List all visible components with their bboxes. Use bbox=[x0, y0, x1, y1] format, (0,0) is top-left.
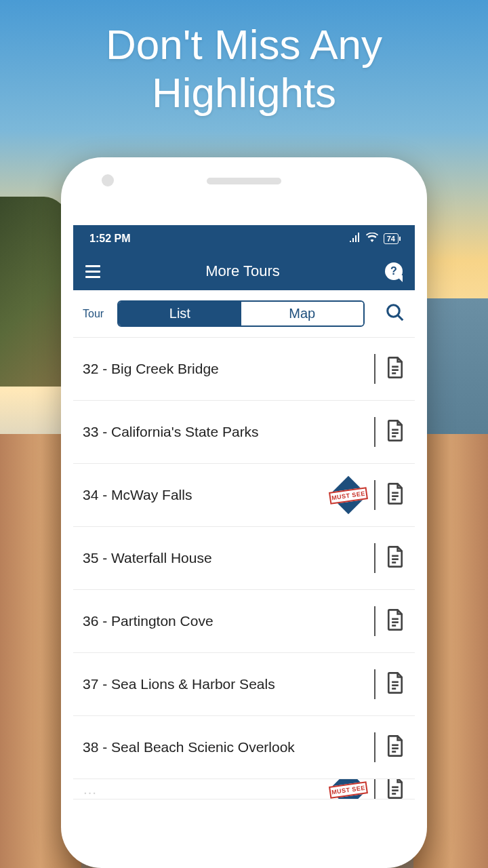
search-icon[interactable] bbox=[385, 302, 405, 326]
tab-list[interactable]: List bbox=[119, 302, 241, 326]
divider bbox=[374, 543, 375, 573]
document-icon[interactable] bbox=[385, 734, 405, 760]
status-bar: 1:52 PM 74 bbox=[73, 225, 415, 252]
wifi-icon bbox=[366, 233, 378, 245]
app-bar: More Tours ? bbox=[73, 252, 415, 290]
list-item-label: 37 - Sea Lions & Harbor Seals bbox=[83, 676, 374, 692]
phone-screen: 1:52 PM 74 More Tours ? Tour List bbox=[73, 225, 415, 856]
divider bbox=[374, 480, 375, 510]
list-item-label: 33 - California's State Parks bbox=[83, 424, 374, 440]
list-item[interactable]: 38 - Seal Beach Scienic Overlook bbox=[73, 716, 415, 779]
tour-list[interactable]: 32 - Big Creek Bridge33 - California's S… bbox=[73, 338, 415, 800]
must-see-badge: MUST SEE bbox=[328, 779, 369, 800]
document-icon[interactable] bbox=[385, 779, 405, 800]
divider bbox=[374, 606, 375, 636]
list-item[interactable]: 34 - McWay FallsMUST SEE bbox=[73, 464, 415, 527]
list-item[interactable]: 36 - Partington Cove bbox=[73, 590, 415, 653]
divider bbox=[374, 354, 375, 384]
document-icon[interactable] bbox=[385, 545, 405, 571]
view-toggle: List Map bbox=[117, 300, 365, 327]
divider bbox=[374, 732, 375, 762]
battery-indicator: 74 bbox=[384, 233, 399, 244]
tour-label[interactable]: Tour bbox=[83, 308, 104, 320]
document-icon[interactable] bbox=[385, 671, 405, 697]
status-indicators: 74 bbox=[350, 233, 399, 245]
divider bbox=[374, 669, 375, 699]
list-item-label: 36 - Partington Cove bbox=[83, 613, 374, 629]
app-bar-title: More Tours bbox=[205, 262, 280, 280]
filter-bar: Tour List Map bbox=[73, 290, 415, 338]
list-item-label: 32 - Big Creek Bridge bbox=[83, 361, 374, 377]
document-icon[interactable] bbox=[385, 608, 405, 634]
signal-icon bbox=[350, 233, 361, 245]
list-item[interactable]: 33 - California's State Parks bbox=[73, 401, 415, 464]
svg-point-0 bbox=[388, 304, 400, 317]
promo-headline: Don't Miss Any Highlights bbox=[0, 0, 488, 117]
phone-speaker bbox=[207, 178, 281, 184]
list-item-label: 38 - Seal Beach Scienic Overlook bbox=[83, 739, 374, 755]
list-item-label: 35 - Waterfall House bbox=[83, 550, 374, 566]
document-icon[interactable] bbox=[385, 482, 405, 508]
status-time: 1:52 PM bbox=[89, 233, 130, 245]
list-item-label: 34 - McWay Falls bbox=[83, 487, 328, 503]
document-icon[interactable] bbox=[385, 356, 405, 382]
list-item[interactable]: 32 - Big Creek Bridge bbox=[73, 338, 415, 401]
tab-map[interactable]: Map bbox=[241, 302, 363, 326]
phone-frame: 1:52 PM 74 More Tours ? Tour List bbox=[61, 157, 427, 868]
svg-line-1 bbox=[398, 315, 403, 320]
list-item[interactable]: 35 - Waterfall House bbox=[73, 527, 415, 590]
must-see-badge: MUST SEE bbox=[328, 477, 369, 513]
list-item[interactable]: 37 - Sea Lions & Harbor Seals bbox=[73, 653, 415, 716]
divider bbox=[374, 417, 375, 447]
document-icon[interactable] bbox=[385, 419, 405, 445]
phone-camera bbox=[102, 174, 114, 186]
list-item[interactable]: …MUST SEE bbox=[73, 779, 415, 800]
menu-icon[interactable] bbox=[85, 265, 100, 278]
help-icon[interactable]: ? bbox=[385, 262, 403, 280]
